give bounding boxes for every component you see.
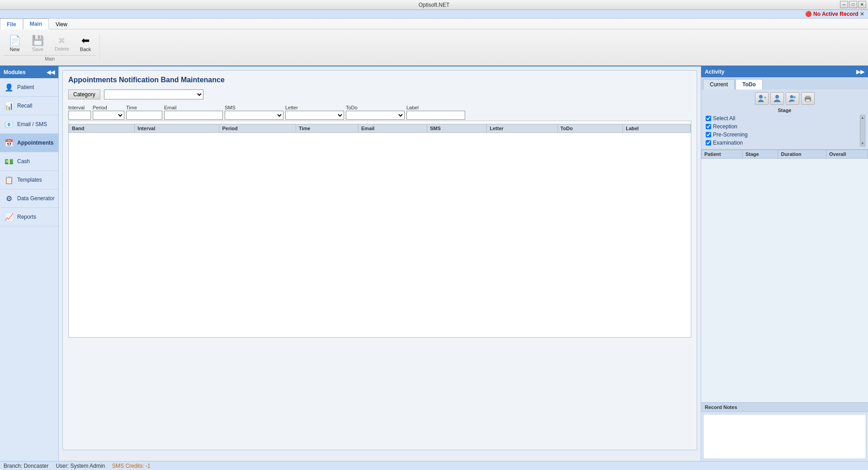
save-button[interactable]: 💾 Save bbox=[27, 33, 49, 54]
ribbon-content: 📄 New 💾 Save ✖ Delete ⬅ Back Main bbox=[0, 29, 868, 66]
category-button[interactable]: Category bbox=[68, 89, 100, 99]
sidebar-label-reports: Reports bbox=[17, 214, 36, 220]
templates-icon: 📋 bbox=[4, 174, 14, 185]
sidebar-collapse-icon[interactable]: ◀◀ bbox=[47, 69, 55, 75]
user-label: User: System Admin bbox=[56, 463, 105, 469]
todo-group: ToDo bbox=[346, 105, 405, 120]
email-input[interactable] bbox=[164, 111, 223, 120]
stage-scrollbar[interactable]: ▲ ▼ bbox=[860, 115, 865, 146]
record-notes-content bbox=[703, 414, 866, 459]
checkbox-reception: Reception bbox=[704, 123, 860, 130]
activity-expand-icon[interactable]: ▶▶ bbox=[856, 69, 864, 75]
stage-person1-icon[interactable] bbox=[770, 92, 784, 105]
patient-col-stage: Stage bbox=[742, 150, 778, 159]
sidebar-item-appointments[interactable]: 📅 Appointments bbox=[0, 134, 58, 152]
sms-select[interactable] bbox=[225, 111, 283, 120]
tab-todo[interactable]: ToDo bbox=[736, 79, 763, 89]
checkbox-examination-input[interactable] bbox=[706, 140, 711, 146]
stage-add-icon[interactable]: + bbox=[755, 92, 769, 105]
stage-person2-icon[interactable] bbox=[786, 92, 799, 105]
record-notes-section: Record Notes bbox=[701, 402, 868, 461]
patient-col-patient: Patient bbox=[702, 150, 743, 159]
todo-label: ToDo bbox=[346, 105, 405, 110]
appointments-icon: 📅 bbox=[4, 137, 14, 148]
category-select[interactable] bbox=[104, 89, 203, 99]
col-period: Period bbox=[219, 124, 296, 133]
checkbox-pre-screening-input[interactable] bbox=[706, 132, 711, 137]
sidebar-item-patient[interactable]: 👤 Patient bbox=[0, 78, 58, 97]
letter-group: Letter bbox=[285, 105, 344, 120]
checkbox-reception-input[interactable] bbox=[706, 124, 711, 129]
person2-svg bbox=[788, 94, 797, 103]
new-icon: 📄 bbox=[9, 36, 21, 46]
col-interval: Interval bbox=[135, 124, 219, 133]
back-button[interactable]: ⬅ Back bbox=[75, 33, 96, 54]
status-bar: Branch: Doncaster User: System Admin SMS… bbox=[0, 461, 868, 470]
svg-point-4 bbox=[793, 96, 796, 99]
svg-point-2 bbox=[775, 95, 779, 99]
label-label: Label bbox=[406, 105, 465, 110]
todo-select[interactable] bbox=[346, 111, 405, 120]
title-bar: Optisoft.NET ─ □ ✕ bbox=[0, 0, 868, 10]
new-button[interactable]: 📄 New bbox=[4, 33, 26, 54]
sidebar-label-data-generator: Data Generator bbox=[17, 195, 55, 202]
sidebar-item-recall[interactable]: 📊 Recall bbox=[0, 97, 58, 115]
form-card: Appointments Notification Band Maintenan… bbox=[62, 70, 697, 450]
stage-checkboxes-container: Select All Reception Pre-Screening bbox=[704, 115, 865, 146]
sms-group: SMS bbox=[225, 105, 283, 120]
sidebar-label-templates: Templates bbox=[17, 177, 42, 183]
period-label: Period bbox=[93, 105, 124, 110]
record-notes-header: Record Notes bbox=[701, 403, 868, 412]
delete-button[interactable]: ✖ Delete bbox=[50, 34, 74, 54]
info-bar: 🔴 No Active Record ✕ bbox=[0, 10, 868, 19]
sidebar-item-templates[interactable]: 📋 Templates bbox=[0, 171, 58, 189]
interval-input[interactable] bbox=[68, 111, 91, 120]
sidebar-label-email-sms: Email / SMS bbox=[17, 121, 47, 127]
ribbon-buttons: 📄 New 💾 Save ✖ Delete ⬅ Back bbox=[4, 33, 96, 54]
tab-main[interactable]: Main bbox=[23, 19, 49, 29]
save-label: Save bbox=[32, 47, 43, 52]
col-todo: ToDo bbox=[557, 124, 623, 133]
data-generator-icon: ⚙ bbox=[4, 193, 14, 204]
sidebar-item-reports[interactable]: 📈 Reports bbox=[0, 208, 58, 226]
minimize-button[interactable]: ─ bbox=[840, 1, 848, 8]
time-input[interactable] bbox=[126, 111, 162, 120]
sidebar-item-data-generator[interactable]: ⚙ Data Generator bbox=[0, 189, 58, 208]
stage-print-icon[interactable] bbox=[801, 92, 815, 105]
period-select[interactable] bbox=[93, 111, 124, 120]
email-sms-icon: 📧 bbox=[4, 119, 14, 130]
back-label: Back bbox=[80, 47, 91, 52]
sidebar-item-email-sms[interactable]: 📧 Email / SMS bbox=[0, 115, 58, 134]
svg-text:+: + bbox=[764, 94, 766, 101]
checkbox-examination-label: Examination bbox=[713, 140, 743, 146]
sidebar-label-appointments: Appointments bbox=[17, 140, 54, 146]
sms-credits-label: SMS Credits: -1 bbox=[112, 463, 151, 469]
label-input[interactable] bbox=[406, 111, 465, 120]
main-layout: Modules ◀◀ 👤 Patient 📊 Recall 📧 Email / … bbox=[0, 66, 868, 461]
print-svg bbox=[803, 94, 812, 103]
tab-file[interactable]: File bbox=[0, 19, 23, 29]
add-patient-svg: + bbox=[757, 94, 766, 103]
sidebar-header: Modules ◀◀ bbox=[0, 66, 58, 78]
patient-table-section: Patient Stage Duration Overall bbox=[701, 150, 868, 402]
patient-col-duration: Duration bbox=[778, 150, 826, 159]
person1-svg bbox=[773, 94, 782, 103]
activity-panel: Activity ▶▶ Current ToDo + bbox=[701, 66, 868, 461]
main-panel: Appointments Notification Band Maintenan… bbox=[59, 66, 701, 461]
email-label: Email bbox=[164, 105, 223, 110]
stage-label: Stage bbox=[704, 108, 865, 113]
checkbox-select-all: Select All bbox=[704, 115, 860, 122]
patient-table: Patient Stage Duration Overall bbox=[701, 150, 868, 159]
checkbox-pre-screening-label: Pre-Screening bbox=[713, 132, 748, 138]
table-wrapper: Band Interval Period Time Email SMS Lett… bbox=[68, 121, 691, 338]
tab-view[interactable]: View bbox=[49, 19, 74, 29]
sidebar-item-cash[interactable]: 💵 Cash bbox=[0, 152, 58, 171]
restore-button[interactable]: □ bbox=[849, 1, 857, 8]
checkbox-reception-label: Reception bbox=[713, 123, 737, 130]
save-icon: 💾 bbox=[32, 36, 44, 46]
checkbox-select-all-input[interactable] bbox=[706, 116, 711, 121]
delete-icon: ✖ bbox=[58, 36, 66, 45]
tab-current[interactable]: Current bbox=[703, 79, 735, 89]
close-button[interactable]: ✕ bbox=[858, 1, 866, 8]
letter-select[interactable] bbox=[285, 111, 344, 120]
